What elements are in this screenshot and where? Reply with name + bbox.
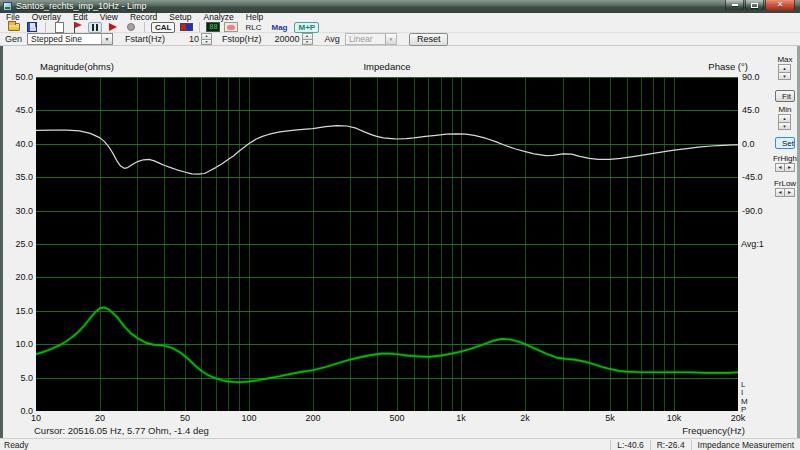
fstop-input[interactable]: 20000: [270, 34, 300, 44]
gen-label: Gen: [5, 34, 22, 44]
increase-icon[interactable]: ▸: [785, 188, 795, 197]
avg-select: Linear ▼: [345, 33, 397, 45]
avg-label: Avg: [325, 34, 340, 44]
x-tick-label: 5k: [595, 413, 625, 423]
mag-phase-button[interactable]: M+P: [294, 22, 319, 33]
mag-tick-label: 35.0: [6, 172, 33, 182]
save-file-icon[interactable]: [25, 22, 39, 33]
fstop-spinner[interactable]: ▴▾: [302, 33, 313, 45]
decrease-icon[interactable]: ◂: [775, 188, 785, 197]
status-right-level: R:-26.4: [650, 440, 691, 450]
maximize-button[interactable]: [745, 0, 764, 11]
spectrum-scaling-icon[interactable]: [179, 22, 193, 33]
close-icon: ✕: [777, 1, 784, 9]
max-spinner[interactable]: ▴▾: [778, 64, 791, 80]
frlow-label: FrLow: [770, 179, 800, 188]
limp-watermark-letter: P: [741, 406, 746, 414]
spin-down-icon[interactable]: ▾: [778, 72, 791, 80]
phase-tick-label: -90.0: [742, 206, 763, 216]
status-mode: Impedance Measurement: [691, 440, 800, 450]
mag-tick-label: 50.0: [6, 72, 33, 82]
window-left-border: [0, 46, 3, 450]
mag-tick-label: 20.0: [6, 272, 33, 282]
menu-bar: FileOverlayEditViewRecordSetupAnalyzeHel…: [0, 13, 800, 22]
mag-tick-label: 10.0: [6, 339, 33, 349]
new-document-icon[interactable]: [52, 22, 66, 33]
spin-down-icon[interactable]: ▾: [778, 122, 791, 130]
fstart-spinner[interactable]: ▴▾: [201, 33, 212, 45]
increase-icon[interactable]: ▸: [785, 163, 795, 172]
frhigh-adjust-buttons[interactable]: ◂▸: [775, 163, 795, 172]
x-tick-label: 2k: [510, 413, 540, 423]
min-label: Min: [770, 105, 800, 114]
x-tick-label: 20: [85, 413, 115, 423]
gen-select[interactable]: Stepped Sine ▼: [27, 33, 113, 45]
phase-curve: [36, 126, 738, 175]
phase-tick-label: 0.0: [742, 139, 755, 149]
generator-toolbar: Gen Stepped Sine ▼ Fstart(Hz) 10 ▴▾ Fsto…: [0, 33, 800, 46]
main-toolbar: CAL88RLCMagM+P: [0, 22, 800, 33]
set-button[interactable]: Set: [775, 137, 795, 149]
avg-indicator: Avg:1: [741, 239, 764, 249]
menu-item-help[interactable]: Help: [240, 13, 269, 22]
close-button[interactable]: ✕: [765, 0, 795, 11]
plot-area[interactable]: [36, 77, 738, 411]
phase-tick-label: -45.0: [742, 172, 763, 182]
x-tick-label: 500: [382, 413, 412, 423]
mag-tick-label: 30.0: [6, 206, 33, 216]
stop-record-icon[interactable]: [124, 22, 138, 33]
spin-down-icon[interactable]: ▾: [201, 39, 212, 45]
chart-title: Impedance: [36, 62, 738, 72]
x-tick-label: 20k: [723, 413, 753, 423]
x-tick-label: 1k: [446, 413, 476, 423]
fit-button[interactable]: Fit: [775, 90, 795, 102]
x-tick-label: 10k: [659, 413, 689, 423]
frlow-adjust-buttons[interactable]: ◂▸: [775, 188, 795, 197]
mag-tick-label: 45.0: [6, 105, 33, 115]
title-bar[interactable]: Santos_rechts_imp_10Hz - Limp ✕: [0, 0, 800, 13]
mag-button[interactable]: Mag: [268, 23, 290, 32]
mag-tick-label: 40.0: [6, 139, 33, 149]
pause-icon[interactable]: [88, 22, 102, 33]
impedance-chart: [36, 77, 738, 411]
chevron-down-icon: ▼: [101, 34, 112, 44]
status-bar: Ready L:-40.6 R:-26.4 Impedance Measurem…: [0, 438, 800, 450]
decrease-icon[interactable]: ◂: [775, 163, 785, 172]
rlc-button[interactable]: RLC: [242, 23, 264, 32]
spin-down-icon[interactable]: ▾: [302, 39, 313, 45]
toolbar-separator: [45, 22, 46, 32]
mag-tick-label: 5.0: [6, 373, 33, 383]
min-spinner[interactable]: ▴▾: [778, 114, 791, 130]
time-record-icon[interactable]: [224, 22, 238, 33]
reset-button[interactable]: Reset: [409, 33, 449, 46]
minimize-icon: [732, 4, 738, 6]
cal-button[interactable]: CAL: [151, 22, 175, 33]
app-icon: [3, 2, 12, 11]
frhigh-label: FrHigh: [770, 154, 800, 163]
x-tick-label: 100: [234, 413, 264, 423]
start-record-icon[interactable]: [106, 22, 120, 33]
phase-tick-label: 45.0: [742, 105, 760, 115]
phase-tick-label: 90.0: [742, 72, 760, 82]
avg-selected-value: Linear: [346, 34, 385, 44]
overlay-flag-icon[interactable]: [70, 22, 84, 33]
maximize-icon: [751, 3, 758, 8]
mag-tick-label: 25.0: [6, 239, 33, 249]
status-ready: Ready: [0, 440, 610, 450]
status-left-level: L:-40.6: [610, 440, 649, 450]
spin-up-icon[interactable]: ▴: [778, 64, 791, 72]
toolbar-separator: [199, 22, 200, 32]
fstart-label: Fstart(Hz): [125, 34, 165, 44]
x-tick-label: 200: [298, 413, 328, 423]
window-controls: ✕: [724, 0, 795, 11]
x-tick-label: 50: [170, 413, 200, 423]
open-file-icon[interactable]: [7, 22, 21, 33]
gen-selected-value: Stepped Sine: [28, 34, 101, 44]
spin-up-icon[interactable]: ▴: [778, 114, 791, 122]
fstart-input[interactable]: 10: [177, 34, 199, 44]
x-tick-label: 10: [21, 413, 51, 423]
fr-window-icon[interactable]: 88: [206, 22, 220, 33]
x-axis-title: Frequency(Hz): [640, 426, 745, 436]
minimize-button[interactable]: [725, 0, 744, 11]
chevron-down-icon: ▼: [385, 34, 396, 44]
